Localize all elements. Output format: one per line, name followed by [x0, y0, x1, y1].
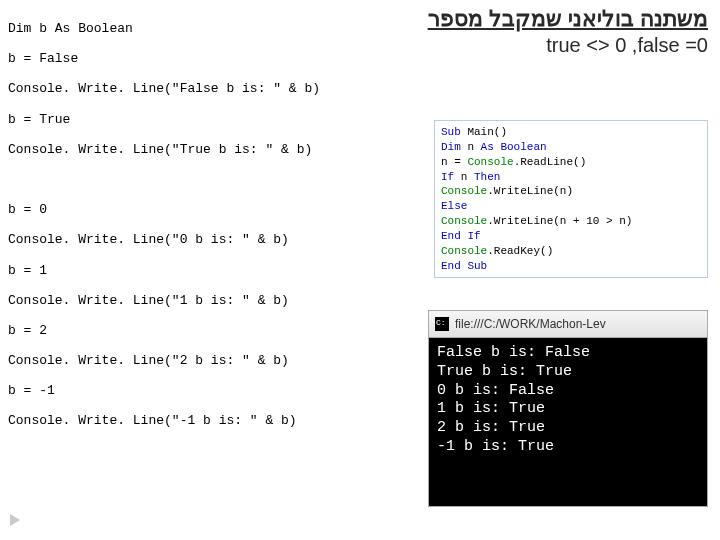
console-title-text: file:///C:/WORK/Machon-Lev: [455, 317, 606, 331]
ide-line: Dim n As Boolean: [441, 140, 701, 155]
ide-line: Console.ReadKey(): [441, 244, 701, 259]
code-line: Dim b As Boolean: [8, 20, 408, 38]
code-line: Console. Write. Line("0 b is: " & b): [8, 231, 408, 249]
code-line: b = 1: [8, 262, 408, 280]
code-line: b = -1: [8, 382, 408, 400]
corner-marker: [10, 514, 20, 526]
ide-line: Console.WriteLine(n): [441, 184, 701, 199]
code-line: b = True: [8, 111, 408, 129]
hebrew-subtitle: true <> 0 ,false =0: [428, 34, 708, 57]
code-listing: Dim b As Booleanb = FalseConsole. Write.…: [8, 20, 408, 443]
slide-heading: משתנה בוליאני שמקבל מספר true <> 0 ,fals…: [428, 6, 708, 57]
ide-line: End If: [441, 229, 701, 244]
code-line: Console. Write. Line("1 b is: " & b): [8, 292, 408, 310]
code-line: Console. Write. Line("-1 b is: " & b): [8, 412, 408, 430]
console-titlebar: file:///C:/WORK/Machon-Lev: [428, 310, 708, 337]
code-line: Console. Write. Line("False b is: " & b): [8, 80, 408, 98]
code-line: b = 2: [8, 322, 408, 340]
ide-line: End Sub: [441, 259, 701, 274]
ide-line: Else: [441, 199, 701, 214]
code-line: b = False: [8, 50, 408, 68]
console-window: file:///C:/WORK/Machon-Lev False b is: F…: [428, 310, 708, 507]
ide-screenshot: Sub Main() Dim n As Boolean n = Console.…: [434, 120, 708, 278]
code-line: Console. Write. Line("True b is: " & b): [8, 141, 408, 159]
console-output: False b is: False True b is: True 0 b is…: [428, 337, 708, 507]
ide-line: If n Then: [441, 170, 701, 185]
cmd-icon: [435, 317, 449, 331]
code-line: b = 0: [8, 201, 408, 219]
ide-line: Console.WriteLine(n + 10 > n): [441, 214, 701, 229]
code-line: [8, 171, 408, 189]
hebrew-title: משתנה בוליאני שמקבל מספר: [428, 6, 708, 32]
ide-line: n = Console.ReadLine(): [441, 155, 701, 170]
ide-line: Sub Main(): [441, 125, 701, 140]
code-line: Console. Write. Line("2 b is: " & b): [8, 352, 408, 370]
